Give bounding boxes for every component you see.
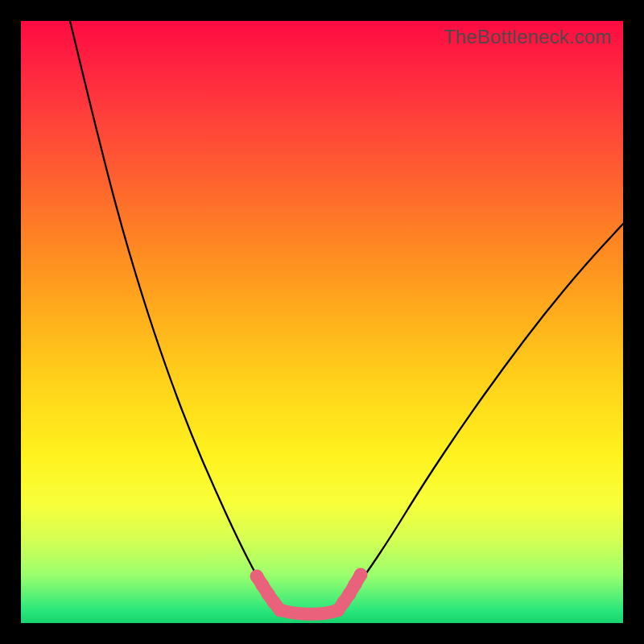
chart-svg	[21, 21, 623, 623]
curve-left	[70, 21, 280, 610]
highlight-bead	[274, 604, 287, 617]
highlight-floor	[280, 610, 338, 614]
chart-frame: TheBottleneck.com	[0, 0, 644, 644]
chart-plot-area: TheBottleneck.com	[21, 21, 623, 623]
curve-right	[338, 224, 623, 610]
highlight-bead	[354, 568, 368, 582]
